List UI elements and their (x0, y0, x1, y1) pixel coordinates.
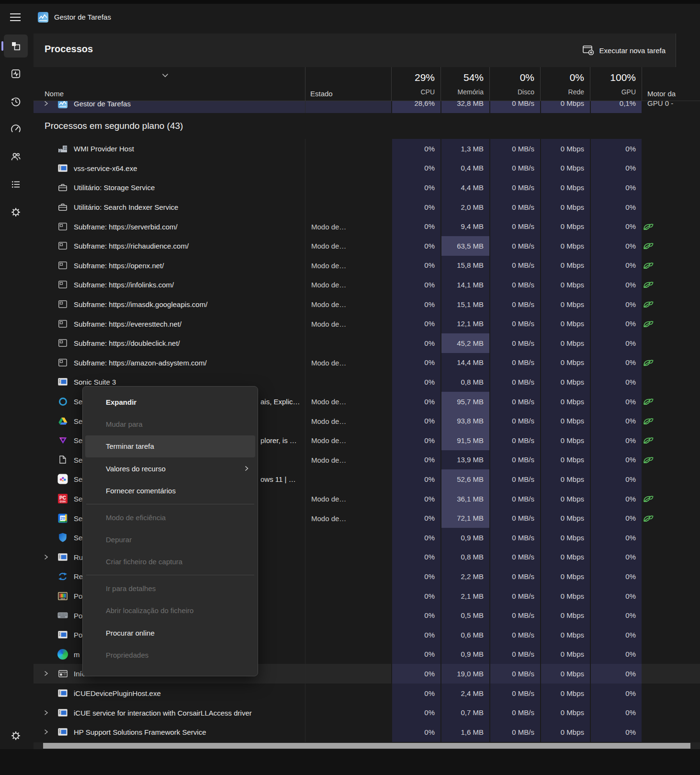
process-row[interactable]: HP Support Solutions Framework Service0%… (34, 722, 700, 742)
process-row[interactable]: Subframe: https://everesttech.net/Modo d… (34, 314, 700, 333)
gpu-cell: 0% (590, 275, 642, 295)
sidebar-item-settings[interactable] (4, 724, 28, 747)
horizontal-scrollbar-thumb[interactable] (43, 743, 690, 749)
status-cell (305, 197, 391, 217)
expand-chevron-icon[interactable] (44, 729, 48, 735)
process-row[interactable]: WMI Provider Host0%1,3 MB0 MB/s0 Mbps0% (34, 139, 700, 159)
disk-cell: 0 MB/s (489, 664, 540, 684)
page-title: Processos (45, 44, 93, 55)
hamburger-icon (9, 12, 22, 22)
menu-item-depurar: Depurar (85, 528, 255, 550)
process-name: vss-service-x64.exe (74, 164, 137, 172)
process-name: iCUEDevicePluginHost.exe (74, 689, 161, 697)
process-name: m (74, 650, 80, 658)
cpu-cell: 0% (391, 197, 440, 217)
expand-chevron-icon[interactable] (44, 671, 48, 676)
net-cell: 0 Mbps (540, 508, 590, 528)
hamburger-menu-button[interactable] (8, 11, 23, 23)
column-header-gpu-engine[interactable]: Motor da (647, 90, 676, 98)
process-name: Po (74, 611, 82, 619)
row-background (642, 197, 700, 217)
process-row[interactable]: iCUEDevicePluginHost.exe0%2,4 MB0 MB/s0 … (34, 684, 700, 703)
menu-item-terminar-tarefa[interactable]: Terminar tarefa (85, 435, 255, 457)
process-name: Subframe: https://doubleclick.net/ (74, 339, 180, 347)
process-row[interactable]: Subframe: https://serverbid.com/Modo de…… (34, 217, 700, 236)
process-row[interactable]: Subframe: https://openx.net/Modo de…0%15… (34, 256, 700, 275)
menu-item-valores-do-recurso[interactable]: Valores do recurso (85, 457, 255, 479)
run-new-task-label: Executar nova tarefa (599, 46, 666, 55)
process-name: Subframe: https://richaudience.com/ (74, 242, 189, 250)
process-row[interactable]: Subframe: https://infolinks.com/Modo de…… (34, 275, 700, 295)
status-cell (305, 664, 391, 684)
process-row[interactable]: Subframe: https://imasdk.googleapis.com/… (34, 295, 700, 314)
process-name-fragment: ais, Explic… (260, 398, 300, 406)
status-cell (305, 722, 391, 742)
process-row[interactable]: Gestor de Tarefas28,6%32,8 MB0 MB/s0 Mbp… (34, 101, 700, 113)
cpu-cell: 0% (391, 469, 440, 489)
window-top-edge (0, 0, 700, 4)
column-header-cpu[interactable]: 29%CPU (391, 67, 440, 101)
pcguia-icon: PCGUIA (57, 493, 68, 504)
menu-item-expandir[interactable]: Expandir (85, 391, 255, 413)
column-header-name[interactable]: Nome (45, 90, 64, 98)
process-row[interactable]: Subframe: https://amazon-adsystem.com/Mo… (34, 353, 700, 373)
expand-chevron-icon[interactable] (44, 710, 48, 716)
efficiency-mode-leaf-icon (643, 416, 654, 425)
sidebar-item-users[interactable] (4, 145, 28, 168)
run-new-task-button[interactable]: Executar nova tarefa (583, 42, 666, 59)
wbadge-icon (57, 474, 68, 484)
status-cell (305, 547, 391, 567)
menu-item-label: Abrir localização do ficheiro (106, 606, 193, 615)
status-cell: Modo de… (305, 508, 391, 528)
process-row[interactable]: Subframe: https://richaudience.com/Modo … (34, 236, 700, 256)
menu-item-procurar-online[interactable]: Procurar online (85, 622, 255, 644)
column-header-disk[interactable]: 0%Disco (489, 67, 540, 101)
process-row[interactable]: iCUE service for interaction with Corsai… (34, 703, 700, 722)
status-cell (305, 159, 391, 178)
sidebar-item-services[interactable] (4, 201, 28, 224)
column-header-status[interactable]: Estado (310, 90, 333, 98)
winapp-icon (57, 163, 68, 173)
cpu-cell: 0% (391, 217, 440, 236)
sidebar-item-startup-apps[interactable] (4, 118, 28, 141)
row-background (642, 139, 700, 159)
photos-icon (57, 591, 68, 601)
net-cell: 0 Mbps (540, 586, 590, 606)
sidebar-item-details[interactable] (4, 173, 28, 196)
column-header-net[interactable]: 0%Rede (540, 67, 590, 101)
process-row[interactable]: Utilitário: Search Indexer Service0%2,0 … (34, 197, 700, 217)
process-row[interactable]: vss-service-x64.exe0%0,4 MB0 MB/s0 Mbps0… (34, 159, 700, 178)
disk-cell: 0 MB/s (489, 353, 540, 373)
status-text: Modo de… (311, 398, 346, 406)
row-background (642, 333, 700, 353)
subframe-icon (57, 279, 68, 290)
column-header-mem[interactable]: 54%Memória (440, 67, 489, 101)
net-cell: 0 Mbps (540, 605, 590, 625)
sidebar-item-processes[interactable] (4, 34, 28, 57)
mem-cell: 93,8 MB (440, 411, 489, 431)
expand-chevron-icon[interactable] (44, 101, 48, 106)
net-cell: 0 Mbps (540, 275, 590, 295)
expand-chevron-icon[interactable] (44, 554, 48, 560)
subframe-icon (57, 338, 68, 348)
process-name: Se (74, 495, 82, 503)
mem-cell: 15,8 MB (440, 256, 489, 275)
disk-cell: 0 MB/s (489, 159, 540, 178)
process-row[interactable]: Subframe: https://doubleclick.net/0%45,2… (34, 333, 700, 353)
sidebar-item-performance[interactable] (4, 62, 28, 85)
menu-item-fornecer-comentarios[interactable]: Fornecer comentários (85, 480, 255, 502)
processes-icon (11, 41, 21, 51)
gpu-cell: 0% (590, 703, 642, 722)
net-cell: 0 Mbps (540, 159, 590, 178)
group-collapse-chevron-icon[interactable] (162, 71, 169, 80)
cpu-cell: 0% (391, 372, 440, 392)
disk-cell: 0 MB/s (489, 567, 540, 586)
subframe-icon (57, 299, 68, 309)
sidebar-item-app-history[interactable] (4, 90, 28, 113)
process-row[interactable]: Utilitário: Storage Service0%4,4 MB0 MB/… (34, 178, 700, 197)
disk-cell: 0 MB/s (489, 722, 540, 742)
horizontal-scrollbar[interactable] (34, 742, 700, 749)
row-background (642, 528, 700, 547)
menu-item-label: Valores do recurso (106, 465, 166, 473)
column-header-gpu[interactable]: 100%GPU (590, 67, 642, 101)
